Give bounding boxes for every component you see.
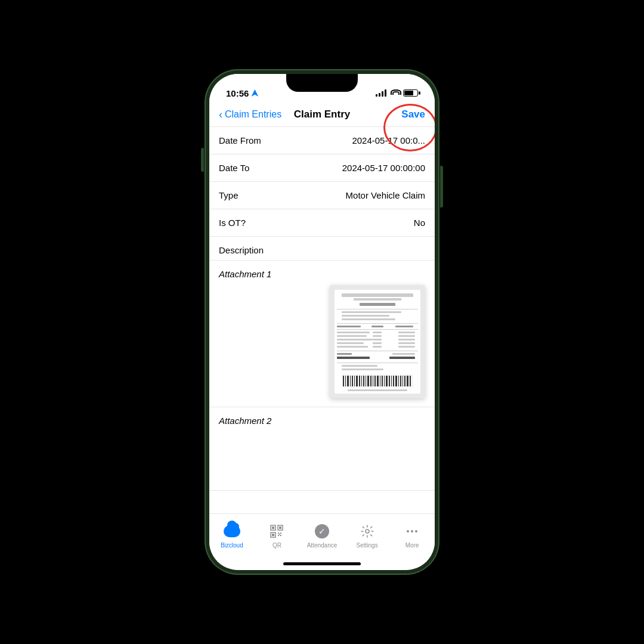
form-section: Date From 2024-05-17 00:0... Date To 202… xyxy=(209,127,435,237)
svg-rect-35 xyxy=(342,365,377,367)
svg-rect-33 xyxy=(389,357,415,359)
description-section: Description xyxy=(209,237,435,261)
location-icon xyxy=(251,89,258,97)
svg-rect-54 xyxy=(380,376,380,386)
phone-notch xyxy=(286,74,358,92)
svg-rect-63 xyxy=(400,376,401,386)
is-ot-row[interactable]: Is OT? No xyxy=(209,209,435,237)
svg-rect-53 xyxy=(377,376,379,386)
more-icon-container xyxy=(404,523,420,540)
svg-rect-78 xyxy=(280,535,281,536)
tab-qr-label: QR xyxy=(273,542,281,549)
tab-more-label: More xyxy=(405,542,419,549)
is-ot-label: Is OT? xyxy=(219,218,246,228)
svg-rect-77 xyxy=(278,535,279,536)
phone-frame: 10:56 ‹ Claim Entries Claim Entry Sa xyxy=(206,70,438,574)
svg-rect-10 xyxy=(337,326,361,327)
type-label: Type xyxy=(219,190,239,200)
tab-attendance-label: Attendance xyxy=(307,542,338,549)
tab-bizcloud[interactable]: Bizcloud xyxy=(209,518,255,549)
nav-bar: ‹ Claim Entries Claim Entry Save xyxy=(209,104,435,127)
content-area: Date From 2024-05-17 00:0... Date To 202… xyxy=(209,127,435,513)
svg-rect-50 xyxy=(370,376,371,386)
svg-rect-42 xyxy=(352,376,353,386)
svg-rect-26 xyxy=(337,346,368,348)
settings-icon-container xyxy=(359,523,376,540)
svg-rect-11 xyxy=(371,326,383,327)
date-to-value: 2024-05-17 00:00:00 xyxy=(342,163,425,173)
svg-rect-23 xyxy=(337,342,364,344)
svg-rect-41 xyxy=(350,376,351,386)
attachment2-section[interactable]: Attachment 2 xyxy=(209,407,435,491)
attachment1-label: Attachment 1 xyxy=(219,269,425,279)
qr-icon xyxy=(270,524,284,538)
date-to-row[interactable]: Date To 2024-05-17 00:00:00 xyxy=(209,154,435,182)
svg-rect-22 xyxy=(398,339,415,340)
svg-rect-48 xyxy=(366,376,366,386)
svg-rect-15 xyxy=(373,332,382,333)
svg-rect-43 xyxy=(354,376,355,386)
receipt-svg xyxy=(330,285,425,398)
svg-rect-12 xyxy=(395,326,413,327)
date-from-value: 2024-05-17 00:0... xyxy=(352,135,425,145)
save-button[interactable]: Save xyxy=(401,109,425,120)
svg-rect-29 xyxy=(337,351,418,351)
tab-more[interactable]: More xyxy=(389,518,435,549)
svg-rect-46 xyxy=(361,376,362,386)
svg-rect-75 xyxy=(278,532,279,534)
tab-settings[interactable]: Settings xyxy=(345,518,390,549)
svg-rect-17 xyxy=(337,335,367,337)
tab-attendance[interactable]: ✓ Attendance xyxy=(299,518,345,549)
svg-rect-66 xyxy=(407,376,408,386)
type-row[interactable]: Type Motor Vehicle Claim xyxy=(209,182,435,209)
time-display: 10:56 xyxy=(226,88,249,98)
signal-icon xyxy=(376,89,386,97)
bizcloud-icon xyxy=(224,525,240,537)
svg-rect-14 xyxy=(337,332,370,333)
type-value: Motor Vehicle Claim xyxy=(346,190,425,200)
svg-rect-38 xyxy=(343,376,344,386)
svg-rect-19 xyxy=(398,335,415,337)
svg-rect-45 xyxy=(359,376,360,386)
svg-rect-70 xyxy=(272,527,274,529)
svg-rect-8 xyxy=(342,318,395,320)
svg-rect-16 xyxy=(398,332,415,333)
qr-icon-container xyxy=(268,523,285,540)
svg-rect-61 xyxy=(395,376,397,386)
attendance-icon-container: ✓ xyxy=(314,523,330,540)
svg-rect-30 xyxy=(337,353,352,355)
date-from-label: Date From xyxy=(219,135,261,145)
date-from-row[interactable]: Date From 2024-05-17 00:0... xyxy=(209,127,435,154)
back-button[interactable]: ‹ Claim Entries xyxy=(219,109,281,120)
svg-rect-76 xyxy=(280,532,281,534)
svg-rect-79 xyxy=(279,534,280,535)
svg-rect-2 xyxy=(342,293,413,297)
status-time: 10:56 xyxy=(226,88,258,98)
svg-rect-34 xyxy=(337,363,418,363)
attachment1-section[interactable]: Attachment 1 xyxy=(209,261,435,407)
tab-settings-label: Settings xyxy=(357,542,378,549)
svg-rect-39 xyxy=(345,376,346,386)
tab-bar: Bizcloud xyxy=(209,513,435,562)
svg-rect-64 xyxy=(402,376,403,386)
svg-rect-27 xyxy=(373,346,382,348)
svg-rect-5 xyxy=(337,309,418,309)
bizcloud-icon-container xyxy=(224,523,240,540)
status-indicators xyxy=(376,89,418,97)
svg-rect-57 xyxy=(386,376,388,386)
svg-point-80 xyxy=(366,530,369,533)
is-ot-value: No xyxy=(414,218,425,228)
svg-rect-52 xyxy=(374,376,376,386)
more-dots-icon xyxy=(407,530,417,532)
svg-rect-7 xyxy=(342,315,389,317)
battery-icon xyxy=(403,89,418,97)
svg-rect-24 xyxy=(373,342,382,344)
attachment1-image[interactable] xyxy=(330,285,425,398)
attachment2-label: Attachment 2 xyxy=(219,416,425,426)
attendance-check-icon: ✓ xyxy=(315,524,329,538)
tab-qr[interactable]: QR xyxy=(255,518,300,549)
svg-rect-4 xyxy=(360,303,395,306)
gear-icon xyxy=(360,524,374,538)
tab-bizcloud-label: Bizcloud xyxy=(221,542,243,549)
svg-rect-74 xyxy=(272,534,274,536)
